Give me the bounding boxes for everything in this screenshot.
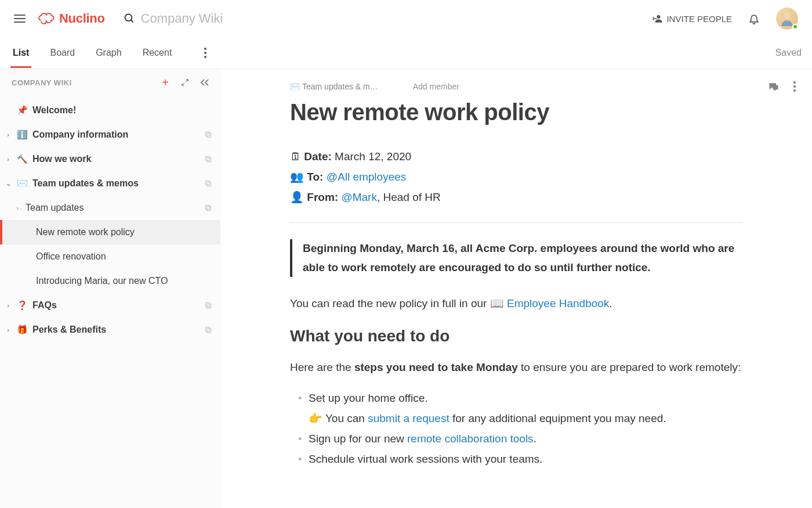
from-key: From:: [307, 191, 338, 203]
svg-point-5: [784, 13, 791, 19]
svg-point-21: [793, 81, 796, 84]
svg-point-8: [204, 56, 206, 58]
chevron-icon: ⌄: [5, 180, 12, 188]
svg-rect-9: [207, 134, 211, 138]
collapse-sidebar-button[interactable]: [197, 75, 212, 90]
page-menu-button[interactable]: [793, 81, 796, 93]
svg-rect-16: [205, 205, 209, 209]
svg-point-6: [204, 48, 206, 50]
item-emoji: ❓: [16, 300, 28, 311]
to-key: To:: [307, 171, 323, 183]
chat-icon: [768, 81, 780, 93]
dots-vertical-icon: [204, 48, 206, 58]
comments-button[interactable]: [768, 81, 780, 93]
svg-point-0: [125, 15, 132, 21]
brand-logo[interactable]: Nuclino: [38, 11, 105, 26]
sidebar-item[interactable]: 📌Welcome!: [0, 98, 220, 123]
svg-rect-20: [205, 327, 209, 331]
svg-rect-18: [205, 302, 209, 307]
chevron-icon: ›: [5, 302, 12, 309]
add-page-button[interactable]: +: [158, 75, 173, 90]
copy-icon[interactable]: [204, 155, 212, 163]
sidebar-item[interactable]: ›🎁Perks & Benefits: [0, 318, 220, 342]
view-more-button[interactable]: [204, 48, 206, 58]
from-link[interactable]: @Mark: [341, 191, 377, 203]
chevron-icon: ›: [5, 131, 12, 138]
date-icon: 🗓: [290, 150, 301, 163]
chevron-icon: ›: [14, 204, 21, 211]
to-icon: 👥: [290, 171, 304, 183]
user-avatar[interactable]: [776, 8, 798, 30]
svg-point-7: [204, 52, 206, 54]
page-title[interactable]: New remote work policy: [290, 99, 742, 125]
sidebar-item[interactable]: New remote work policy: [0, 220, 220, 244]
search[interactable]: Company Wiki: [124, 11, 223, 26]
copy-icon[interactable]: [204, 131, 212, 139]
date-value: March 12, 2020: [335, 150, 411, 163]
add-member-button[interactable]: Add member: [413, 82, 459, 91]
tab-recent[interactable]: Recent: [140, 38, 175, 68]
step-item: Sign up for our new remote collaboration…: [300, 428, 742, 449]
from-suffix: , Head of HR: [377, 191, 441, 203]
invite-people-button[interactable]: INVITE PEOPLE: [652, 13, 732, 24]
sidebar-item[interactable]: ›ℹ️Company information: [0, 123, 220, 147]
tab-board[interactable]: Board: [48, 38, 77, 68]
svg-rect-19: [207, 329, 211, 333]
notifications-button[interactable]: [748, 13, 760, 24]
chevron-icon: ›: [5, 326, 12, 333]
menu-toggle[interactable]: [14, 12, 26, 25]
item-emoji: ℹ️: [16, 129, 28, 140]
sidebar-item-label: FAQs: [32, 300, 200, 311]
section-heading: What you need to do: [290, 327, 742, 345]
breadcrumb[interactable]: ✉️ Team updates & m…: [290, 82, 378, 91]
svg-rect-4: [654, 18, 657, 19]
copy-icon[interactable]: [204, 179, 212, 188]
tab-list[interactable]: List: [10, 38, 31, 68]
brand-name: Nuclino: [59, 11, 105, 26]
breadcrumb-text: Team updates & m…: [302, 82, 378, 91]
tab-graph[interactable]: Graph: [93, 38, 124, 68]
expand-icon: [180, 78, 190, 87]
breadcrumb-icon: ✉️: [290, 82, 300, 91]
sidebar-item-label: Office renovation: [36, 251, 212, 262]
svg-rect-14: [205, 181, 209, 185]
item-emoji: 🔨: [16, 154, 28, 164]
svg-rect-17: [207, 304, 211, 308]
svg-point-2: [657, 15, 661, 19]
sidebar-item-label: Team updates & memos: [32, 178, 200, 189]
dots-vertical-icon: [793, 81, 796, 92]
handbook-link[interactable]: Employee Handbook: [507, 297, 609, 309]
presence-indicator: [792, 24, 798, 30]
sidebar-item-label: Welcome!: [32, 105, 212, 116]
sidebar-item[interactable]: ›❓FAQs: [0, 293, 220, 318]
chevron-icon: ›: [5, 156, 12, 163]
svg-line-1: [130, 20, 133, 23]
expand-button[interactable]: [177, 75, 193, 90]
item-emoji: 🎁: [16, 325, 28, 335]
step-item: Set up your home office. 👉 You can submi…: [300, 388, 742, 428]
submit-request-link[interactable]: submit a request: [368, 412, 449, 424]
date-key: Date:: [304, 150, 332, 163]
avatar-person-icon: [780, 11, 795, 26]
svg-point-23: [793, 89, 796, 92]
sidebar-item[interactable]: ⌄✉️Team updates & memos: [0, 171, 220, 196]
divider: [290, 222, 742, 223]
svg-rect-15: [207, 207, 211, 211]
brand-mark-icon: [38, 12, 56, 25]
callout: Beginning Monday, March 16, all Acme Cor…: [290, 239, 742, 277]
svg-rect-13: [207, 182, 211, 186]
copy-icon[interactable]: [204, 301, 212, 309]
collab-tools-link[interactable]: remote collaboration tools: [407, 433, 534, 445]
sidebar-item[interactable]: ›🔨How we work: [0, 147, 220, 171]
sidebar-item-label: New remote work policy: [36, 227, 212, 237]
copy-icon[interactable]: [204, 204, 212, 212]
invite-label: INVITE PEOPLE: [666, 14, 732, 24]
to-link[interactable]: @All employees: [327, 171, 407, 183]
sidebar-title: COMPANY WIKI: [12, 78, 153, 87]
sidebar-item[interactable]: ›Team updates: [0, 196, 220, 220]
search-placeholder: Company Wiki: [141, 11, 223, 26]
copy-icon[interactable]: [204, 326, 212, 334]
chevron-double-left-icon: [200, 78, 210, 87]
sidebar-item[interactable]: Introducing Maria, our new CTO: [0, 269, 220, 293]
sidebar-item[interactable]: Office renovation: [0, 244, 220, 269]
